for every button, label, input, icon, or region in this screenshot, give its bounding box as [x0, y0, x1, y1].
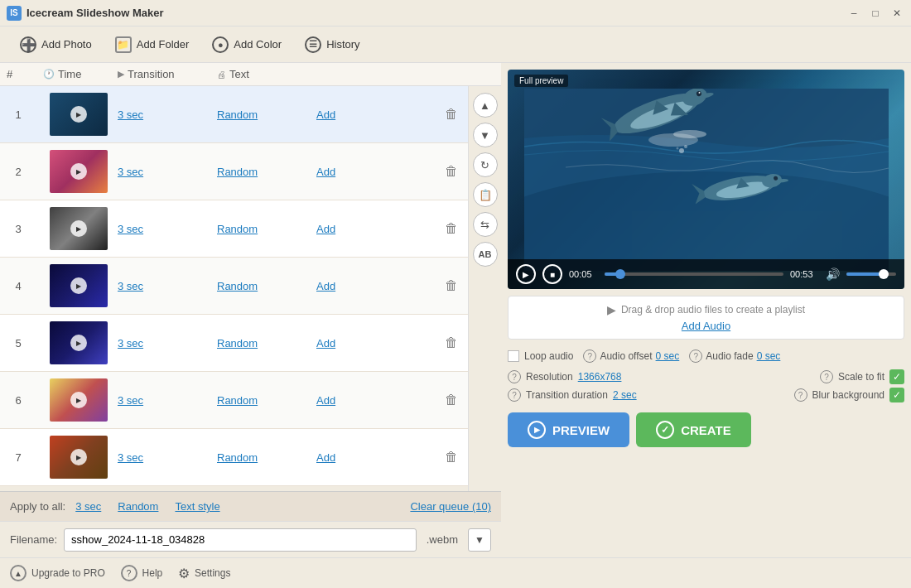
filename-input[interactable]	[64, 528, 417, 552]
audio-offset-value[interactable]: 0 sec	[656, 350, 680, 362]
settings-label: Settings	[195, 567, 230, 579]
loop-audio-checkbox[interactable]	[508, 350, 519, 362]
audio-fade-value[interactable]: 0 sec	[757, 350, 781, 362]
delete-row-button[interactable]: 🗑	[435, 393, 468, 407]
help-button[interactable]: ? Help	[121, 565, 163, 581]
delete-row-button[interactable]: 🗑	[435, 164, 468, 179]
history-button[interactable]: ☰ History	[295, 31, 369, 58]
apply-all-transition[interactable]: Random	[118, 500, 158, 513]
row-number: 6	[0, 389, 36, 412]
move-down-button[interactable]: ▼	[473, 123, 498, 147]
apply-all-text-style[interactable]: Text style	[175, 500, 219, 513]
preview-play-icon: ▶	[528, 421, 546, 439]
clear-queue-button[interactable]: Clear queue (10)	[410, 500, 491, 513]
row-transition-link[interactable]: Random	[210, 166, 310, 178]
audio-offset-help-icon[interactable]: ?	[583, 349, 596, 363]
copy-button[interactable]: 📋	[473, 182, 498, 207]
move-up-button[interactable]: ▲	[473, 93, 498, 118]
add-folder-button[interactable]: 📁 Add Folder	[105, 31, 200, 58]
transition-duration-value[interactable]: 2 sec	[613, 389, 637, 401]
row-transition-link[interactable]: Random	[210, 108, 310, 121]
table-scroll[interactable]: 1 ▶ 3 sec Random Add 🗑 2	[0, 86, 468, 491]
maximize-button[interactable]: □	[868, 6, 883, 21]
row-text-link[interactable]: Add	[310, 223, 435, 235]
apply-all-time[interactable]: 3 sec	[75, 500, 101, 513]
row-time-link[interactable]: 3 sec	[111, 108, 210, 121]
row-text-link[interactable]: Add	[310, 337, 435, 349]
volume-bar[interactable]	[846, 272, 896, 276]
row-thumbnail[interactable]: ▶	[50, 93, 108, 136]
delete-row-button[interactable]: 🗑	[435, 450, 468, 465]
delete-row-button[interactable]: 🗑	[435, 335, 468, 350]
add-photo-button[interactable]: ➕ Add Photo	[10, 31, 102, 58]
blur-background-help-icon[interactable]: ?	[794, 388, 807, 402]
settings-gear-icon: ⚙	[178, 566, 190, 581]
row-text-link[interactable]: Add	[310, 394, 435, 407]
row-time-link[interactable]: 3 sec	[111, 451, 210, 464]
thumbnail-play-icon: ▶	[70, 220, 87, 237]
row-text-link[interactable]: Add	[310, 108, 435, 121]
row-transition-link[interactable]: Random	[210, 394, 310, 407]
row-thumbnail-cell: ▶	[36, 258, 111, 314]
row-text-link[interactable]: Add	[310, 166, 435, 178]
add-color-button[interactable]: ● Add Color	[202, 31, 292, 58]
row-thumbnail-cell: ▶	[36, 315, 111, 371]
row-thumbnail[interactable]: ▶	[50, 321, 108, 364]
row-transition-link[interactable]: Random	[210, 223, 310, 235]
transition-duration-help-icon[interactable]: ?	[508, 388, 521, 402]
table-row: 4 ▶ 3 sec Random Add 🗑	[0, 258, 468, 315]
delete-row-button[interactable]: 🗑	[435, 107, 468, 122]
delete-row-button[interactable]: 🗑	[435, 221, 468, 236]
text-button[interactable]: AB	[473, 242, 498, 267]
row-time-link[interactable]: 3 sec	[111, 166, 210, 178]
scale-to-fit-checkbox[interactable]: ✓	[889, 369, 904, 384]
row-transition-link[interactable]: Random	[210, 337, 310, 349]
row-time-link[interactable]: 3 sec	[111, 394, 210, 407]
row-thumbnail[interactable]: ▶	[50, 207, 108, 250]
row-time-link[interactable]: 3 sec	[111, 337, 210, 349]
filename-bar: Filename: .webm ▼	[0, 521, 501, 557]
row-number: 1	[0, 104, 36, 126]
row-time-link[interactable]: 3 sec	[111, 223, 210, 235]
volume-icon[interactable]: 🔊	[826, 267, 840, 281]
filename-format-dropdown[interactable]: ▼	[468, 528, 491, 552]
audio-fade-label: Audio fade	[706, 350, 753, 362]
row-time-link[interactable]: 3 sec	[111, 280, 210, 292]
bottom-bar: ▲ Upgrade to PRO ? Help ⚙ Settings	[0, 557, 911, 588]
loop-audio-label: Loop audio	[524, 350, 573, 362]
row-text-link[interactable]: Add	[310, 451, 435, 464]
scale-to-fit-help-icon[interactable]: ?	[820, 370, 833, 383]
audio-fade-help-icon[interactable]: ?	[689, 349, 702, 363]
resolution-value[interactable]: 1366x768	[578, 371, 622, 383]
rotate-button[interactable]: ↻	[473, 152, 498, 177]
row-thumbnail[interactable]: ▶	[50, 436, 108, 479]
row-thumbnail-cell: ▶	[36, 200, 111, 257]
progress-bar[interactable]	[605, 272, 783, 276]
row-thumbnail[interactable]: ▶	[50, 264, 108, 307]
col-header-time: 🕐 Time	[36, 68, 111, 80]
create-button[interactable]: ✓ CREATE	[636, 412, 751, 447]
close-button[interactable]: ✕	[889, 6, 904, 21]
delete-row-button[interactable]: 🗑	[435, 278, 468, 293]
svg-point-14	[684, 145, 687, 148]
stop-button[interactable]: ■	[542, 264, 562, 284]
create-check-icon: ✓	[656, 421, 674, 439]
row-text-link[interactable]: Add	[310, 280, 435, 292]
minimize-button[interactable]: –	[846, 6, 861, 21]
row-transition-link[interactable]: Random	[210, 451, 310, 464]
upgrade-to-pro-button[interactable]: ▲ Upgrade to PRO	[10, 565, 105, 581]
row-thumbnail-cell: ▶	[36, 372, 111, 428]
row-transition-link[interactable]: Random	[210, 280, 310, 292]
settings-button[interactable]: ⚙ Settings	[178, 566, 230, 581]
row-thumbnail[interactable]: ▶	[50, 150, 108, 193]
play-button[interactable]: ▶	[516, 264, 536, 284]
preview-button[interactable]: ▶ PREVIEW	[508, 412, 629, 447]
add-photo-label: Add Photo	[41, 38, 92, 51]
swap-button[interactable]: ⇆	[473, 212, 498, 237]
transition-duration-setting: ? Transition duration 2 sec	[508, 388, 703, 402]
blur-background-checkbox[interactable]: ✓	[889, 388, 904, 402]
add-audio-link[interactable]: Add Audio	[682, 320, 730, 332]
add-folder-label: Add Folder	[137, 38, 190, 51]
row-thumbnail[interactable]: ▶	[50, 378, 108, 422]
resolution-help-icon[interactable]: ?	[508, 370, 521, 383]
